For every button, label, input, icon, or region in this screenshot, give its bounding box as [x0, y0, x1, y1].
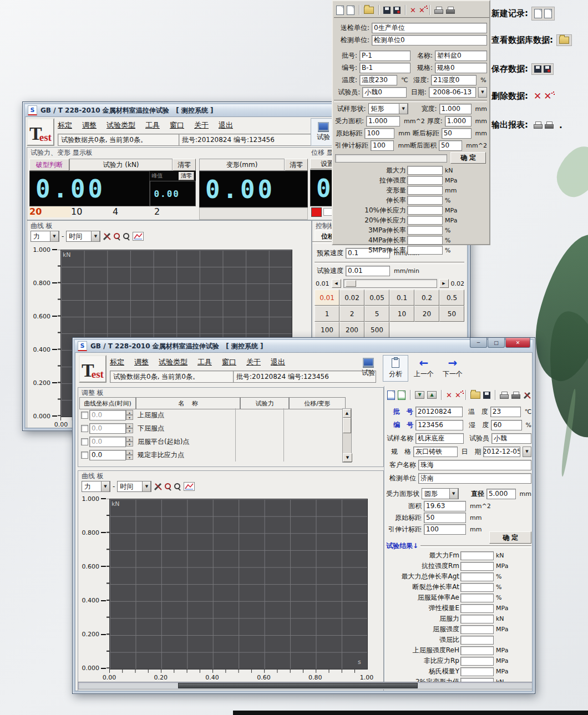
menu-item[interactable]: 窗口	[170, 120, 184, 130]
dropdown-icon[interactable]: ▼	[142, 481, 151, 492]
new-record-buttons[interactable]	[531, 7, 555, 21]
delete-all-icon[interactable]: ✕	[419, 7, 425, 14]
date-input[interactable]: 2008-06-13	[429, 87, 476, 98]
test-unit-input[interactable]: 检测单位0	[372, 35, 487, 45]
speed-button[interactable]: 0.1	[389, 290, 414, 306]
delete-icon[interactable]: ✕	[410, 7, 416, 14]
view-db-button[interactable]	[556, 34, 572, 46]
date-dropdown-icon[interactable]: ▼	[523, 447, 531, 457]
menu-item[interactable]: 关于	[194, 120, 209, 130]
range-button[interactable]: 4	[113, 206, 154, 217]
spinner[interactable]: ▴▾	[126, 437, 133, 447]
close-button[interactable]: ✕	[505, 338, 530, 348]
scroll-down-icon[interactable]: ▼	[343, 453, 352, 462]
range-button[interactable]: 2	[154, 206, 196, 217]
tester-input[interactable]: 小魏0	[362, 87, 407, 98]
menu-item[interactable]: 标定	[110, 357, 124, 367]
submit-unit-input[interactable]: 0生产单位	[372, 23, 487, 33]
customer-input[interactable]: 珠海	[418, 460, 531, 470]
tools-icon[interactable]	[103, 232, 111, 241]
speed-button[interactable]: 5	[364, 306, 389, 322]
result-input[interactable]	[460, 657, 494, 666]
result-input[interactable]	[407, 166, 443, 175]
maximize-button[interactable]: □	[488, 338, 505, 348]
result-input[interactable]	[460, 583, 494, 592]
open-database-icon[interactable]	[364, 7, 374, 14]
curve-view-icon[interactable]	[184, 482, 195, 491]
speed-button[interactable]: 0.01	[315, 290, 339, 306]
new-record-alt-icon[interactable]	[347, 6, 354, 15]
previous-button[interactable]: ← 上一个	[410, 356, 437, 381]
speed-button[interactable]: 0.2	[414, 290, 439, 306]
batch-input[interactable]: 20120824	[415, 407, 463, 417]
slider-thumb[interactable]	[346, 280, 356, 287]
speed-button[interactable]: 1	[315, 306, 339, 322]
scroll-thumb[interactable]	[343, 418, 351, 433]
zoom-out-icon[interactable]	[174, 483, 181, 490]
result-input[interactable]	[407, 186, 443, 195]
temp-input[interactable]: 23	[490, 407, 521, 417]
print-icon[interactable]	[500, 392, 509, 399]
test-speed-input[interactable]: 0.01	[346, 266, 390, 276]
adjust-scrollbar[interactable]: ▲ ▼	[342, 408, 352, 463]
x-series-select[interactable]: 时间▼	[117, 481, 151, 492]
after-area-input[interactable]: 50	[439, 140, 462, 151]
number-input[interactable]: B-1	[359, 63, 410, 73]
after-gauge-input[interactable]: 50	[442, 128, 472, 139]
speed-button[interactable]: 200	[339, 322, 364, 338]
x-series-select[interactable]: 时间▼	[66, 231, 100, 242]
menu-item[interactable]: 调整	[82, 120, 97, 130]
curve-view-icon[interactable]	[133, 232, 144, 241]
scroll-up-icon[interactable]: ▲	[343, 409, 351, 418]
export-icon[interactable]: ▲	[427, 391, 437, 399]
menu-item[interactable]: 工具	[145, 120, 160, 130]
spec-input[interactable]: 规格0	[435, 63, 487, 73]
gauge-input[interactable]: 100	[364, 128, 394, 139]
menu-item[interactable]: 退出	[271, 357, 285, 367]
param-confirm-button[interactable]: 确 定	[450, 152, 486, 164]
spinner[interactable]: ▴▾	[126, 450, 133, 460]
menu-item[interactable]: 工具	[197, 357, 212, 367]
speed-button[interactable]: 0.02	[339, 290, 364, 306]
import-icon[interactable]: ▼	[415, 391, 424, 399]
speed-button[interactable]: 10	[389, 306, 414, 322]
range-button[interactable]: 20	[29, 206, 71, 217]
extensometer-gauge-input[interactable]: 100	[371, 140, 394, 151]
menu-item[interactable]: 标定	[58, 120, 72, 130]
new-doc2-icon[interactable]	[544, 9, 552, 18]
result-input[interactable]	[460, 615, 494, 623]
speed-button[interactable]: 0.05	[364, 290, 389, 306]
save-as-icon[interactable]	[544, 65, 551, 73]
tester-input[interactable]: 小魏	[491, 433, 531, 444]
result-input[interactable]	[460, 646, 494, 655]
sample-name-input[interactable]: 机床底座	[415, 433, 464, 444]
force-area-input[interactable]: 1.000	[366, 116, 400, 126]
print-setup-icon[interactable]	[446, 7, 455, 14]
delete-buttons[interactable]: ✕✕	[531, 91, 554, 102]
result-input[interactable]	[460, 562, 494, 571]
save-icon[interactable]	[483, 392, 490, 399]
menu-item[interactable]: 试验类型	[159, 357, 187, 367]
checkbox[interactable]	[81, 425, 88, 432]
print-icon[interactable]	[434, 7, 443, 14]
temp-input[interactable]: 温度230	[359, 75, 397, 85]
spinner[interactable]: ▴▾	[126, 423, 133, 433]
name-input[interactable]: 塑料盆0	[435, 50, 487, 61]
dropdown-icon[interactable]: ▼	[449, 488, 458, 499]
spinner[interactable]: ▴▾	[126, 410, 133, 420]
analyze-mode-button[interactable]: 分析	[383, 355, 408, 382]
dropdown-icon[interactable]: ▼	[91, 231, 100, 242]
save-icon[interactable]	[534, 65, 541, 73]
org-input[interactable]: 济南	[418, 473, 531, 484]
extensometer-gauge-input[interactable]: 100	[424, 524, 466, 535]
thickness-input[interactable]: 1.000	[445, 116, 472, 126]
menu-item[interactable]: 窗口	[222, 357, 236, 367]
open-folder-icon[interactable]	[470, 392, 480, 399]
batch-input[interactable]: P-1	[359, 50, 410, 61]
delete-icon[interactable]: ✕	[534, 93, 541, 100]
new-record-icon[interactable]	[336, 6, 344, 15]
break-judge-button[interactable]: 破型判断	[29, 159, 69, 171]
speed-button[interactable]: 20	[414, 306, 439, 322]
result-input[interactable]	[407, 206, 443, 215]
menu-item[interactable]: 试验类型	[107, 120, 135, 130]
